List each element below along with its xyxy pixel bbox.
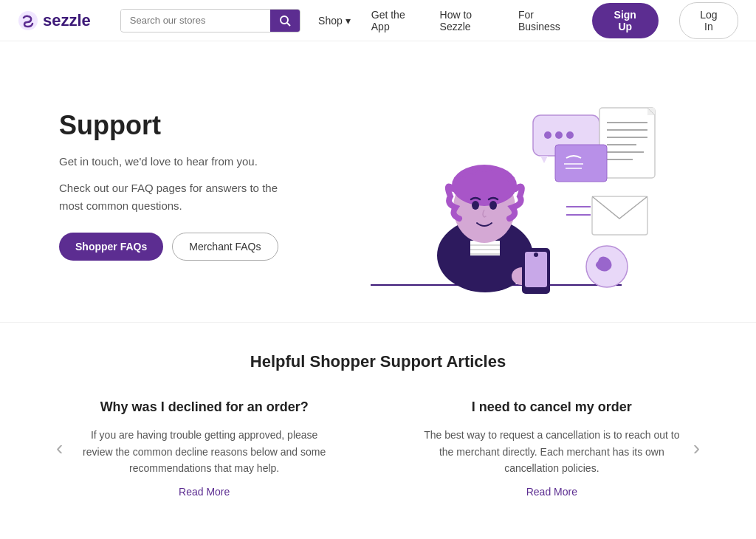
- nav-links: Shop ▾ Get the App How to Sezzle For Bus…: [318, 2, 738, 39]
- svg-rect-16: [525, 252, 547, 287]
- article-2-read-more[interactable]: Read More: [526, 486, 577, 498]
- svg-point-13: [489, 201, 497, 210]
- article-2-title: I need to cancel my order: [422, 398, 681, 416]
- svg-rect-5: [470, 241, 500, 255]
- carousel-next-button[interactable]: ›: [681, 436, 712, 460]
- article-1-read-more[interactable]: Read More: [179, 486, 230, 498]
- hero-faq-text: Check out our FAQ pages for answers to t…: [59, 179, 295, 215]
- svg-rect-35: [592, 196, 647, 235]
- hero-text: Support Get in touch, we'd love to hear …: [59, 110, 295, 261]
- hero-buttons: Shopper FAQs Merchant FAQs: [59, 233, 295, 261]
- nav-business[interactable]: For Business: [518, 9, 571, 32]
- page-title: Support: [59, 110, 295, 141]
- svg-line-2: [287, 23, 290, 26]
- nav-get-app[interactable]: Get the App: [371, 9, 419, 32]
- article-2-body: The best way to request a cancellation i…: [422, 427, 681, 476]
- search-button[interactable]: [270, 10, 300, 32]
- article-card-1: Why was I declined for an order? If you …: [60, 398, 348, 498]
- login-button[interactable]: Log In: [679, 2, 738, 39]
- nav-shop[interactable]: Shop ▾: [318, 15, 351, 27]
- article-card-2: I need to cancel my order The best way t…: [408, 398, 696, 498]
- signup-button[interactable]: Sign Up: [592, 3, 659, 38]
- article-1-body: If you are having trouble getting approv…: [75, 427, 334, 476]
- support-illustration: [312, 71, 681, 300]
- articles-grid: Why was I declined for an order? If you …: [75, 398, 681, 498]
- articles-section: Helpful Shopper Support Articles ‹ Why w…: [0, 322, 756, 528]
- search-bar: [120, 9, 300, 32]
- logo-text: sezzle: [43, 11, 91, 30]
- svg-point-1: [281, 16, 288, 24]
- svg-point-21: [566, 131, 574, 139]
- svg-point-20: [555, 131, 563, 139]
- search-input[interactable]: [121, 10, 270, 31]
- logo-icon: [18, 10, 38, 31]
- article-1-title: Why was I declined for an order?: [75, 398, 334, 416]
- search-icon: [279, 15, 291, 27]
- articles-title: Helpful Shopper Support Articles: [44, 352, 712, 371]
- svg-point-12: [472, 201, 479, 210]
- svg-point-17: [534, 253, 538, 257]
- merchant-faq-button[interactable]: Merchant FAQs: [172, 233, 278, 261]
- chevron-down-icon: ▾: [346, 15, 351, 27]
- hero-subtitle: Get in touch, we'd love to hear from you…: [59, 153, 295, 171]
- navbar: sezzle Shop ▾ Get the App How to Sezzle …: [0, 0, 756, 41]
- logo[interactable]: sezzle: [18, 10, 91, 31]
- nav-how-to[interactable]: How to Sezzle: [440, 9, 498, 32]
- hero-illustration: [295, 71, 697, 300]
- hero-section: Support Get in touch, we'd love to hear …: [0, 41, 756, 322]
- svg-rect-32: [555, 145, 607, 182]
- svg-point-19: [544, 131, 551, 139]
- svg-marker-22: [540, 156, 548, 163]
- shopper-faq-button[interactable]: Shopper FAQs: [59, 233, 163, 261]
- svg-rect-23: [599, 108, 655, 178]
- articles-carousel: ‹ Why was I declined for an order? If yo…: [44, 398, 712, 498]
